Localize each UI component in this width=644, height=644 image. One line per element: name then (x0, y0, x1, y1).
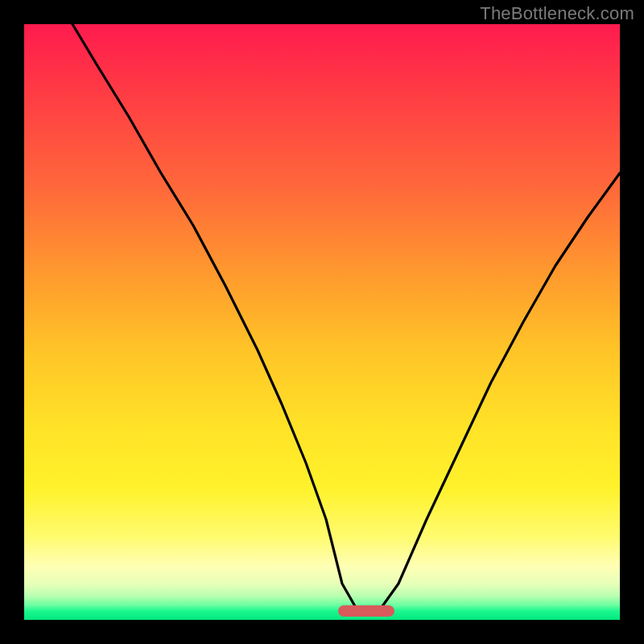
plot-area (24, 24, 620, 620)
bottleneck-curve (24, 24, 620, 620)
chart-frame: TheBottleneck.com (0, 0, 644, 644)
optimal-range-marker (338, 605, 394, 617)
watermark-text: TheBottleneck.com (480, 3, 634, 24)
